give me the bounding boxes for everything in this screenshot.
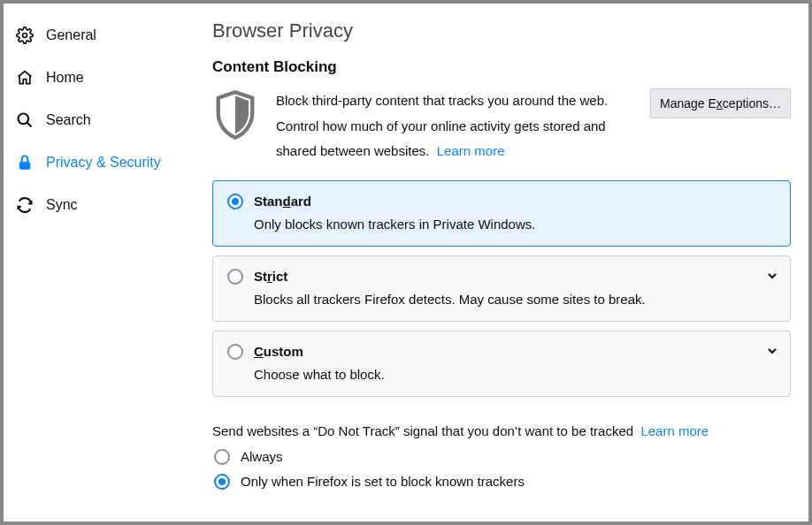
option-custom-title: Custom xyxy=(254,344,303,359)
content-blocking-learn-more-link[interactable]: Learn more xyxy=(437,143,505,158)
sidebar-item-general[interactable]: General xyxy=(4,14,195,57)
sidebar-item-label: Privacy & Security xyxy=(46,155,161,171)
radio-standard[interactable] xyxy=(227,194,243,209)
option-standard[interactable]: Standard Only blocks known trackers in P… xyxy=(212,180,791,247)
option-strict-desc: Blocks all trackers Firefox detects. May… xyxy=(254,292,776,307)
radio-dnt-only-when[interactable] xyxy=(214,474,230,490)
svg-rect-3 xyxy=(19,162,30,169)
option-custom-desc: Choose what to block. xyxy=(254,367,776,382)
radio-custom[interactable] xyxy=(227,344,243,360)
radio-dnt-always[interactable] xyxy=(214,449,230,465)
home-icon xyxy=(14,67,35,88)
content-blocking-intro: Block third-party content that tracks yo… xyxy=(212,88,791,164)
svg-line-2 xyxy=(27,123,32,127)
sidebar-item-label: General xyxy=(46,27,96,43)
option-strict-title: Strict xyxy=(254,269,287,284)
svg-point-1 xyxy=(19,114,29,125)
dnt-option-only-when[interactable]: Only when Firefox is set to block known … xyxy=(214,474,791,490)
content-blocking-options: Standard Only blocks known trackers in P… xyxy=(212,180,791,397)
dnt-description: Send websites a “Do Not Track” signal th… xyxy=(212,423,791,438)
settings-sidebar: General Home Search xyxy=(4,4,195,521)
dnt-learn-more-link[interactable]: Learn more xyxy=(640,423,709,438)
sidebar-item-search[interactable]: Search xyxy=(4,99,195,141)
sync-icon xyxy=(14,194,35,216)
sidebar-item-label: Search xyxy=(46,112,91,128)
sidebar-item-label: Home xyxy=(46,70,84,86)
search-icon xyxy=(14,110,35,131)
option-strict[interactable]: Strict Blocks all trackers Firefox detec… xyxy=(212,255,791,322)
content-blocking-heading: Content Blocking xyxy=(212,58,791,76)
lock-icon xyxy=(14,152,35,173)
sidebar-item-label: Sync xyxy=(46,197,78,213)
chevron-down-icon[interactable] xyxy=(767,269,778,285)
gear-icon xyxy=(14,25,35,46)
page-title: Browser Privacy xyxy=(212,19,791,42)
sidebar-item-privacy-security[interactable]: Privacy & Security xyxy=(4,141,195,184)
dnt-option-always[interactable]: Always xyxy=(214,449,791,465)
shield-icon xyxy=(212,88,262,145)
content-blocking-description: Block third-party content that tracks yo… xyxy=(276,88,636,164)
radio-strict[interactable] xyxy=(227,269,243,285)
option-standard-desc: Only blocks known trackers in Private Wi… xyxy=(254,217,776,232)
option-custom[interactable]: Custom Choose what to block. xyxy=(212,331,791,397)
sidebar-item-home[interactable]: Home xyxy=(4,57,195,99)
sidebar-item-sync[interactable]: Sync xyxy=(4,184,195,226)
dnt-always-label: Always xyxy=(241,449,283,464)
dnt-only-when-label: Only when Firefox is set to block known … xyxy=(241,474,525,489)
option-standard-title: Standard xyxy=(254,194,311,209)
svg-point-0 xyxy=(23,34,27,38)
chevron-down-icon[interactable] xyxy=(767,344,778,360)
manage-exceptions-button[interactable]: Manage Exceptions… xyxy=(650,88,791,118)
main-content: Browser Privacy Content Blocking Block t… xyxy=(195,4,808,521)
